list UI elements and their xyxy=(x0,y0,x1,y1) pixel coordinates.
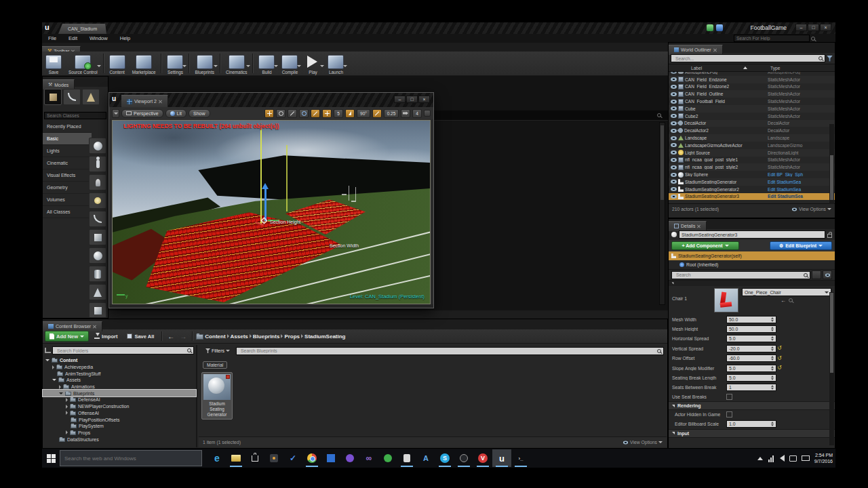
breadcrumb-item[interactable]: Blueprints xyxy=(253,333,280,340)
asset-search-input[interactable] xyxy=(239,348,657,353)
perspective-button[interactable]: Perspective xyxy=(121,109,163,118)
network-icon[interactable] xyxy=(768,455,775,462)
eye-icon[interactable] xyxy=(671,173,677,177)
menu-help[interactable]: Help xyxy=(114,34,136,43)
lock-icon[interactable] xyxy=(827,234,832,238)
viewport-options-button[interactable] xyxy=(112,109,119,118)
chevron-down-icon[interactable] xyxy=(827,208,831,210)
tray-chevron-icon[interactable] xyxy=(757,457,763,460)
surface-snap-button[interactable] xyxy=(311,109,320,118)
tree-item[interactable]: Assets xyxy=(43,377,196,384)
compile-button[interactable]: Compile xyxy=(278,52,301,75)
close-icon[interactable] xyxy=(159,100,162,103)
forward-button[interactable]: → xyxy=(178,333,189,340)
close-icon[interactable] xyxy=(93,325,96,328)
folder-search-input[interactable] xyxy=(55,348,187,353)
collapsed-icon[interactable] xyxy=(59,385,61,389)
outliner-search-input[interactable] xyxy=(673,56,818,61)
tree-item[interactable]: AnimTestingStuff xyxy=(43,370,196,377)
tree-item-selected[interactable]: Blueprints xyxy=(43,390,196,396)
placeable-pawn[interactable] xyxy=(89,174,106,190)
edit-blueprint-link[interactable]: Edit StadiumSea xyxy=(768,187,833,192)
eye-icon[interactable] xyxy=(671,92,677,96)
expanded-icon[interactable] xyxy=(52,379,56,381)
rotation-snap-button[interactable] xyxy=(345,109,355,118)
rotation-snap-value[interactable]: 90° xyxy=(357,109,370,118)
green-app-icon[interactable] xyxy=(378,449,397,467)
table-row[interactable]: CAN_Football_Field StaticMeshActor xyxy=(669,98,835,105)
document-tab[interactable]: CAN_Stadium xyxy=(58,24,106,34)
spinner-icon[interactable] xyxy=(770,384,775,390)
actor-hidden-checkbox[interactable] xyxy=(726,411,732,418)
eye-icon[interactable] xyxy=(671,77,677,81)
camera-speed-button[interactable] xyxy=(401,109,410,118)
placeable-sphere[interactable] xyxy=(89,138,106,154)
expanded-icon[interactable] xyxy=(59,392,63,394)
landscape-mode-button[interactable] xyxy=(82,89,100,105)
placeable-player-start[interactable] xyxy=(89,156,106,172)
close-icon[interactable] xyxy=(697,224,701,228)
grid-snap-value[interactable]: 5 xyxy=(334,109,343,118)
close-button[interactable]: × xyxy=(418,96,430,103)
menu-file[interactable]: File xyxy=(42,34,62,43)
media-app-icon[interactable] xyxy=(264,449,283,467)
table-row[interactable]: Cube StaticMeshActor xyxy=(669,105,835,113)
scrollbar-vertical[interactable] xyxy=(659,122,665,305)
terminal-icon[interactable]: ›_ xyxy=(511,449,530,467)
world-local-toggle-button[interactable] xyxy=(299,109,309,118)
epic-games-icon[interactable] xyxy=(397,449,416,467)
table-row[interactable]: CAN_Field_Endzone StaticMeshActor xyxy=(669,76,835,83)
a-app-icon[interactable]: A xyxy=(416,449,435,467)
move-tool-button[interactable] xyxy=(264,109,274,118)
property-input[interactable] xyxy=(726,420,776,428)
eye-icon[interactable] xyxy=(671,72,677,74)
category-lights[interactable]: Lights xyxy=(43,145,92,157)
chevron-down-icon[interactable] xyxy=(182,65,186,67)
table-row[interactable]: Cube2 StaticMeshActor xyxy=(669,113,835,120)
filter-chip-material[interactable]: Material xyxy=(203,361,227,369)
unreal-engine-icon[interactable]: u xyxy=(492,449,511,467)
menu-window[interactable]: Window xyxy=(83,34,114,43)
sources-toggle-icon[interactable] xyxy=(45,348,51,353)
eye-icon[interactable] xyxy=(671,129,677,133)
tab-details[interactable]: Details xyxy=(669,221,707,231)
chevron-down-icon[interactable] xyxy=(214,65,218,67)
help-search-input[interactable] xyxy=(734,35,810,42)
scale-tool-button[interactable] xyxy=(288,109,297,118)
table-row[interactable]: CAN_Field_Outline StaticMeshActor xyxy=(669,90,835,98)
skype-icon[interactable]: S xyxy=(435,449,454,467)
window-resize-edge[interactable] xyxy=(109,304,433,308)
placeable-cone[interactable] xyxy=(89,284,106,300)
eye-icon[interactable] xyxy=(671,165,677,169)
eye-icon[interactable] xyxy=(671,106,677,110)
visual-studio-icon[interactable]: ∞ xyxy=(359,449,378,467)
table-row[interactable]: AtmosphericFog AtmosphericFog xyxy=(669,72,835,76)
tree-item[interactable]: Animations xyxy=(43,384,196,390)
add-component-button[interactable]: + Add Component xyxy=(671,241,739,250)
spinner-icon[interactable] xyxy=(770,346,775,352)
spinner-icon[interactable] xyxy=(770,326,775,332)
blueprints-button[interactable]: Blueprints xyxy=(191,52,217,75)
maximize-button[interactable]: □ xyxy=(808,24,819,31)
scale-snap-button[interactable] xyxy=(372,109,382,118)
eye-icon[interactable] xyxy=(671,85,677,89)
chevron-down-icon[interactable] xyxy=(246,65,250,67)
collapsed-icon[interactable] xyxy=(66,398,68,402)
table-row[interactable]: DecalActor2 DecalActor xyxy=(669,127,835,134)
collapsed-icon[interactable] xyxy=(52,365,54,369)
tree-item[interactable]: PlaySystem xyxy=(43,423,196,430)
edit-blueprint-link[interactable]: Edit BP_Sky_Sph xyxy=(768,172,833,177)
edit-blueprint-link[interactable]: Edit StadiumSea xyxy=(768,194,833,199)
placeable-sphere2[interactable] xyxy=(89,247,106,264)
file-explorer-icon[interactable] xyxy=(226,449,245,467)
component-row-selected[interactable]: StadiumSeatingGenerator(self) xyxy=(669,251,835,260)
property-input[interactable] xyxy=(726,354,776,362)
collapsed-icon[interactable] xyxy=(66,430,68,434)
table-row[interactable]: StadiumSeatingGenerator2 Edit StadiumSea xyxy=(669,186,835,193)
grid-snap-button[interactable] xyxy=(322,109,332,118)
column-label[interactable]: Label xyxy=(691,66,743,70)
details-search-input[interactable] xyxy=(674,272,804,277)
store-icon[interactable] xyxy=(245,449,264,467)
component-row-root[interactable]: Root (Inherited) xyxy=(669,260,835,269)
property-input[interactable] xyxy=(726,316,776,323)
